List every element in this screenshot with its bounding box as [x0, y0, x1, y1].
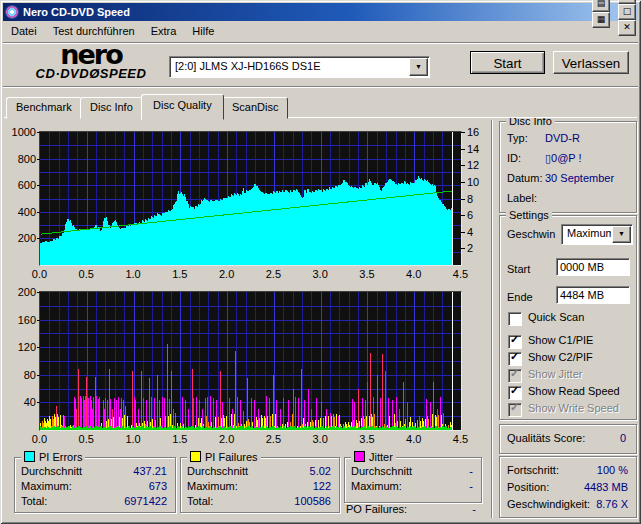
- pi-failures-title: PI Failures: [205, 451, 258, 463]
- progress-value-position: 4483 MB: [584, 481, 628, 493]
- x1-label: 1.0: [118, 268, 148, 280]
- title-bar[interactable]: Nero CD-DVD Speed ▤▦ _□✕: [3, 3, 638, 21]
- pi-failures-chart: [39, 291, 462, 431]
- menu-item-hilfe[interactable]: Hilfe: [184, 23, 222, 39]
- x2-label: 2.5: [258, 433, 288, 445]
- end-mb-label: Ende: [507, 291, 533, 303]
- x1-label: 2.5: [258, 268, 288, 280]
- x2-label: 4.5: [446, 433, 476, 445]
- progress-value-geschwindigkeit: 8.76 X: [596, 498, 628, 510]
- progress-panel: Fortschritt:100 %Position:4483 MBGeschwi…: [499, 456, 637, 518]
- x2-label: 4.0: [399, 433, 429, 445]
- tab-disc-quality[interactable]: Disc Quality: [141, 94, 224, 120]
- tab-disc-info[interactable]: Disc Info: [80, 97, 143, 119]
- check-icon: ✓: [510, 367, 519, 380]
- axis-tick: [461, 149, 465, 150]
- disc-info-label-datum: Datum:: [507, 172, 542, 184]
- progress-label-fortschritt: Fortschritt:: [507, 464, 559, 476]
- jitter-legend: Jitter: [351, 451, 396, 464]
- separator-vertical: [491, 120, 493, 518]
- show-c1-pie-checkbox[interactable]: ✓: [508, 335, 522, 349]
- pi-errors-legend: PI Errors: [21, 451, 85, 464]
- chevron-down-icon[interactable]: ▼: [409, 58, 428, 76]
- chevron-down-icon[interactable]: ▼: [612, 226, 631, 243]
- disc-info-label-id: ID:: [507, 152, 521, 164]
- jitter-row-value: -: [469, 480, 473, 492]
- drive-select[interactable]: [2:0] JLMS XJ-HD166S DS1E ▼: [169, 56, 430, 78]
- pi-errors-chart: [39, 131, 462, 266]
- y1-right-label: 14: [467, 143, 487, 155]
- tab-scandisc[interactable]: ScanDisc: [222, 97, 288, 119]
- y1-left-label: 200: [2, 232, 36, 244]
- y1-right-label: 6: [467, 209, 487, 221]
- po-failures-value: -: [430, 503, 476, 515]
- menu-item-extra[interactable]: Extra: [143, 23, 185, 39]
- settings-title: Settings: [506, 209, 552, 222]
- axis-tick: [37, 375, 40, 376]
- check-icon: ✓: [510, 333, 519, 346]
- axis-tick: [461, 199, 465, 200]
- pi-failures-row-value: 100586: [294, 495, 331, 507]
- show-read-speed-label: Show Read Speed: [528, 385, 620, 397]
- end-mb-field[interactable]: [556, 286, 630, 304]
- axis-tick: [461, 232, 465, 233]
- pi-failures-row-label: Maximum:: [187, 480, 238, 492]
- y1-right-label: 12: [467, 159, 487, 171]
- pi-failures-row-value: 5.02: [310, 465, 331, 477]
- check-icon: ✓: [510, 350, 519, 363]
- show-jitter-checkbox: ✓: [508, 369, 522, 383]
- y1-left-label: 1000: [2, 126, 36, 138]
- disc-info-value-typ: DVD-R: [545, 132, 580, 144]
- axis-tick: [37, 132, 40, 133]
- pi-errors-row-value: 673: [149, 480, 167, 492]
- quality-score-value: 0: [620, 432, 626, 444]
- report-button[interactable]: ▤: [592, 0, 610, 12]
- quick-scan-label: Quick Scan: [528, 311, 584, 323]
- pi-errors-row-label: Durchschnitt: [21, 465, 82, 477]
- nero-logo-subtitle: CD·DVDØSPEED: [16, 66, 166, 81]
- speed-label: Geschwin: [507, 228, 555, 240]
- x1-label: 3.5: [352, 268, 382, 280]
- axis-tick: [37, 238, 40, 239]
- exit-button[interactable]: Verlassen: [553, 51, 629, 74]
- disc-info-value-datum: 30 September: [545, 172, 614, 184]
- pi-failures-row-label: Total:: [187, 495, 213, 507]
- y2-left-label: 80: [2, 369, 36, 381]
- pi-failures-row-value: 122: [313, 480, 331, 492]
- x2-label: 2.0: [212, 433, 242, 445]
- axis-tick: [461, 132, 465, 133]
- tab-benchmark[interactable]: Benchmark: [6, 97, 82, 119]
- axis-tick: [461, 165, 465, 166]
- app-window: Nero CD-DVD Speed ▤▦ _□✕ DateiTest durch…: [0, 0, 641, 524]
- speed-select[interactable]: Maximum ▼: [561, 224, 633, 245]
- menu-item-test-durchf-hren[interactable]: Test durchführen: [45, 23, 143, 39]
- disc-info-group: Disc Info Typ:DVD-RID:▯0@P !Datum:30 Sep…: [499, 121, 637, 213]
- show-jitter-label: Show Jitter: [528, 368, 582, 380]
- axis-tick: [461, 248, 465, 249]
- y1-left-label: 800: [2, 153, 36, 165]
- y1-right-label: 2: [467, 242, 487, 254]
- quick-scan-checkbox[interactable]: [508, 312, 522, 326]
- x2-label: 0.0: [25, 433, 55, 445]
- show-c2-pif-checkbox[interactable]: ✓: [508, 352, 522, 366]
- jitter-group: JitterDurchschnitt-Maximum:-: [344, 457, 482, 503]
- y1-right-label: 16: [467, 126, 487, 138]
- pi-errors-row-label: Total:: [21, 495, 47, 507]
- x1-label: 1.5: [165, 268, 195, 280]
- axis-tick: [37, 185, 40, 186]
- y2-left-label: 160: [2, 314, 36, 326]
- jitter-title: Jitter: [369, 451, 393, 463]
- show-read-speed-checkbox[interactable]: ✓: [508, 386, 522, 400]
- progress-label-position: Position:: [507, 481, 549, 493]
- pi-failures-group: PI FailuresDurchschnitt5.02Maximum:122To…: [180, 457, 340, 513]
- start-button[interactable]: Start: [470, 51, 545, 74]
- y1-left-label: 600: [2, 179, 36, 191]
- start-mb-field[interactable]: [556, 258, 630, 276]
- maximize-button[interactable]: □: [618, 4, 636, 20]
- menu-item-datei[interactable]: Datei: [3, 23, 45, 39]
- speed-select-value: Maximum: [562, 225, 611, 244]
- x2-label: 0.5: [71, 433, 101, 445]
- nero-logo: nero CD·DVDØSPEED: [16, 44, 166, 81]
- pi-errors-group: PI ErrorsDurchschnitt437.21Maximum:673To…: [14, 457, 176, 513]
- disc-info-label-label: Label:: [507, 192, 537, 204]
